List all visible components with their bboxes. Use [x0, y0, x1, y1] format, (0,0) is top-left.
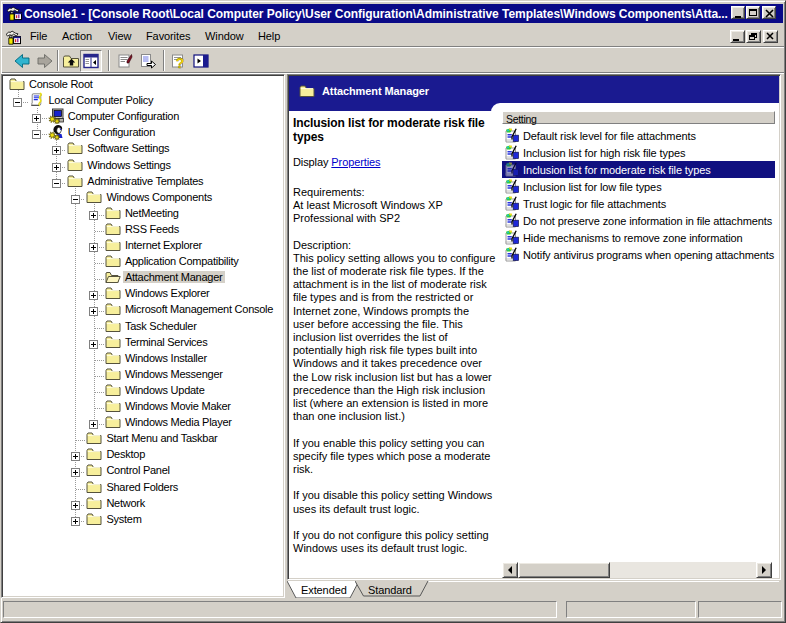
- svg-text:?: ?: [176, 55, 185, 70]
